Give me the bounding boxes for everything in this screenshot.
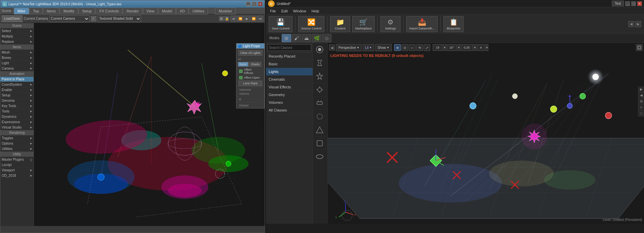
lw-playback-btn-2[interactable]: ⏪	[237, 16, 243, 22]
ue-marketplace-button[interactable]: 🛒 Marketplace	[352, 16, 375, 32]
ue-light-icon-5[interactable]	[313, 96, 326, 110]
lw-sidebar-expressions[interactable]: Expressions ▶	[0, 120, 34, 125]
ue-angle-2[interactable]: 10°	[447, 44, 457, 51]
lw-tab-items[interactable]: Items	[43, 8, 59, 14]
ue-search-input[interactable]	[267, 44, 311, 51]
lw-sidebar-toggles[interactable]: Toggles ▶	[0, 136, 34, 141]
ue-toolbar-arrow-right[interactable]: ▶	[635, 21, 641, 27]
ue-scale-arrow[interactable]: ▼	[474, 44, 476, 51]
lw-playback-btn-1[interactable]: ⏮	[230, 16, 236, 22]
lw-sidebar-tools[interactable]: Tools ▶	[0, 109, 34, 114]
lw-close-button[interactable]: ✕	[258, 2, 263, 6]
ue-scale[interactable]: 0.25	[461, 44, 473, 51]
ue-class-lights[interactable]: Lights	[266, 68, 313, 76]
lw-tab-top[interactable]: Top	[30, 8, 43, 14]
lw-playback-btn-5[interactable]: ⏭	[257, 16, 263, 22]
lw-sidebar-options[interactable]: Options ▶	[0, 141, 34, 146]
lw-sidebar-dynamics[interactable]: Dynamics ▶	[0, 114, 34, 120]
ue-angle-2-arrow[interactable]: ▼	[458, 44, 460, 51]
lw-sidebar-setup[interactable]: Setup ▶	[0, 93, 34, 98]
lw-tab-view[interactable]: View	[143, 8, 158, 14]
ue-test-button[interactable]: Test	[612, 1, 624, 6]
lw-sidebar-camera[interactable]: Camera ▶	[0, 66, 34, 71]
ue-close-button[interactable]: ✕	[637, 1, 642, 6]
ue-vp-arrow-left[interactable]: ◀	[329, 45, 335, 51]
lw-tab-modeler[interactable]: Modeler	[215, 8, 236, 14]
ue-light-icon-6[interactable]	[313, 110, 326, 123]
ue-class-cinematic[interactable]: Cinematic	[266, 76, 313, 83]
lw-sidebar-bones[interactable]: Bones ▶	[0, 55, 34, 61]
lw-minimize-button[interactable]: _	[246, 2, 251, 6]
clear-all-lights-button[interactable]: Clear All Lights	[238, 50, 262, 56]
ue-class-geometry[interactable]: Geometry	[266, 91, 313, 99]
lw-sidebar-virtual-studio[interactable]: Virtual Studio ▶	[0, 125, 34, 130]
lw-shading-dropdown[interactable]: Textured Shaded Solid	[98, 15, 141, 22]
ue-maximize-button[interactable]: □	[631, 1, 636, 6]
ue-maximize-viewport-btn[interactable]	[636, 44, 643, 51]
lw-tab-setup[interactable]: Setup	[78, 8, 96, 14]
ue-light-icon-1[interactable]	[313, 43, 326, 56]
lw-sidebar-light[interactable]: Light ▶	[0, 61, 34, 66]
lw-sidebar-utilities-item[interactable]: Utilities ▶	[0, 146, 34, 152]
ue-menu-window[interactable]: Window	[290, 8, 309, 14]
ue-angle-1-arrow[interactable]: ▼	[443, 44, 446, 51]
ue-count[interactable]: 4	[477, 44, 485, 51]
ue-class-volumes[interactable]: Volumes	[266, 99, 313, 106]
ue-light-icon-7[interactable]	[313, 123, 326, 137]
ue-light-icon-3[interactable]	[313, 70, 326, 83]
lens-flare-button[interactable]: Lens Flare	[238, 81, 262, 86]
ue-vp-show-btn[interactable]: Show ▼	[375, 44, 392, 51]
ue-blueprints-button[interactable]: 📋 Blueprints	[443, 16, 464, 32]
lw-settings-icon[interactable]: ⚙	[219, 16, 224, 21]
ue-viewport[interactable]: ◀ Perspective ▼ Lit ▼ Show ▼ ⊕ ⊙ ↔	[328, 43, 644, 224]
lw-playback-btn-3[interactable]: ▶	[244, 16, 250, 22]
lw-sidebar-od2018[interactable]: OD_2018 ▶	[0, 173, 34, 178]
ue-mode-landscape[interactable]: ⛰	[302, 34, 311, 42]
lw-sidebar-genoma[interactable]: Genoma ▶	[0, 98, 34, 103]
ue-settings-button[interactable]: ⚙ Settings	[380, 16, 400, 32]
ue-strip-btn-2[interactable]: ◀	[638, 92, 644, 98]
ue-strip-btn-5[interactable]: □	[638, 110, 644, 116]
ue-vp-tool-3[interactable]: ↔	[409, 44, 416, 51]
ue-toolbar-arrow-left[interactable]: ◀	[628, 21, 634, 27]
ue-light-icon-2[interactable]	[313, 56, 326, 70]
lw-sidebar-keytools[interactable]: Key Tools ▶	[0, 103, 34, 109]
ue-angle-1[interactable]: 19	[433, 44, 443, 51]
ue-light-icon-9[interactable]	[313, 150, 326, 163]
ue-class-visual-effects[interactable]: Visual Effects	[266, 83, 313, 91]
ue-vp-tool-4[interactable]: ⟲	[416, 44, 423, 51]
affect-opengl-checkbox[interactable]	[239, 76, 243, 79]
light-props-shadow-tab[interactable]: Shado	[249, 62, 261, 67]
lw-tab-render[interactable]: Render	[123, 8, 142, 14]
lw-sidebar-enable[interactable]: Enable ▶	[0, 87, 34, 93]
ue-count-arrow[interactable]: ▼	[486, 44, 488, 51]
lw-playback-btn-4[interactable]: ⏩	[251, 16, 257, 22]
ue-vp-lit-btn[interactable]: Lit ▼	[363, 44, 374, 51]
lw-loadsave-button[interactable]: Load/Save	[2, 15, 22, 22]
ue-source-control-button[interactable]: 🔀 Source Control	[298, 16, 324, 32]
ue-import-datasmith-button[interactable]: 📥 Import Datasmith...	[406, 16, 438, 32]
lw-tab-mike[interactable]: Mike	[14, 8, 29, 14]
lw-camera-dropdown[interactable]: Current Camera	[49, 15, 90, 22]
ue-strip-btn-3[interactable]: ⊞	[638, 98, 644, 104]
ue-mode-geometry[interactable]: ◇	[322, 34, 331, 42]
lw-sidebar-master-plugins[interactable]: Master Plugins Q	[0, 157, 34, 162]
ue-light-icon-4[interactable]	[313, 83, 326, 96]
ue-save-current-button[interactable]: 💾 Save Current	[269, 16, 292, 32]
lw-sidebar-coordsystem[interactable]: CoordSystem ▶	[0, 82, 34, 87]
ue-content-button[interactable]: 📁 Content	[330, 16, 350, 32]
ue-mode-paint[interactable]: 🖌	[292, 34, 301, 42]
ue-class-recently-placed[interactable]: Recently Placed	[266, 53, 313, 60]
ue-vp-perspective-btn[interactable]: Perspective ▼	[336, 44, 362, 51]
ue-mode-foliage[interactable]: 🌿	[312, 34, 321, 42]
ue-menu-help[interactable]: Help	[309, 8, 322, 14]
lw-tab-utilities[interactable]: Utilities	[189, 8, 208, 14]
lw-sidebar-lscript[interactable]: Lscript	[0, 162, 34, 168]
ue-menu-edit[interactable]: Edit	[279, 8, 290, 14]
ue-mode-place[interactable]: ⊞	[282, 34, 291, 42]
ue-vp-tool-2[interactable]: ⊙	[401, 44, 408, 51]
lw-tab-model[interactable]: Model	[158, 8, 176, 14]
affect-diffuse-checkbox[interactable]	[239, 70, 243, 73]
ue-menu-file[interactable]: File	[267, 8, 279, 14]
lw-lock-icon[interactable]: 🔒	[224, 16, 229, 21]
